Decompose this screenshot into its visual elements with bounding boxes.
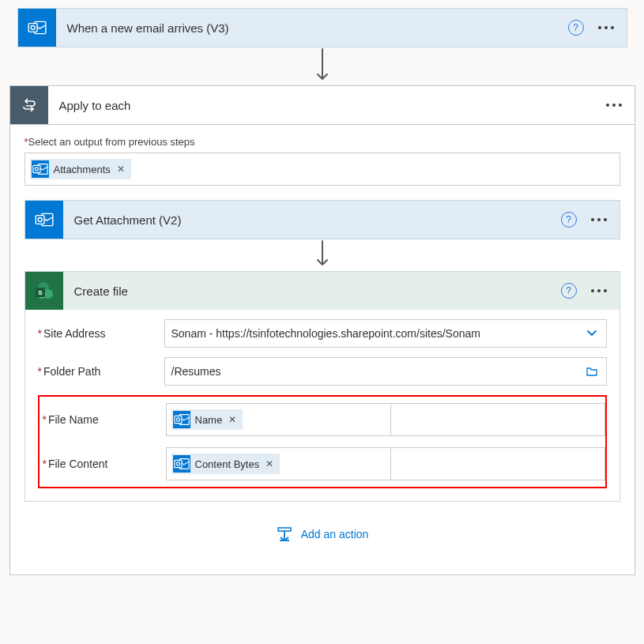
create-file-header[interactable]: S Create file ? xyxy=(25,272,620,310)
svg-rect-4 xyxy=(32,165,40,172)
sharepoint-icon: S xyxy=(25,272,63,310)
file-name-label: *File Name xyxy=(40,413,166,426)
more-icon[interactable] xyxy=(591,218,607,221)
site-address-input[interactable]: Sonam - https://tsinfotechnologies.share… xyxy=(164,319,607,348)
folder-path-input[interactable]: /Resumes xyxy=(164,357,607,386)
apply-to-each-card: Apply to each *Select an output from pre… xyxy=(9,85,635,575)
outlook-icon xyxy=(32,160,49,178)
file-content-overflow[interactable] xyxy=(390,447,605,480)
help-icon[interactable]: ? xyxy=(561,212,577,228)
file-name-overflow[interactable] xyxy=(390,403,605,436)
create-file-title: Create file xyxy=(63,284,561,298)
arrow-icon xyxy=(0,47,644,85)
get-attachment-title: Get Attachment (V2) xyxy=(63,213,561,227)
folder-path-value: /Resumes xyxy=(171,365,221,378)
token-label: Content Bytes xyxy=(195,458,260,470)
more-icon[interactable] xyxy=(598,26,614,29)
create-file-form: *Site Address Sonam - https://tsinfotech… xyxy=(25,310,620,501)
loop-icon xyxy=(10,86,48,124)
remove-token-icon[interactable]: ✕ xyxy=(115,164,126,175)
token-label: Attachments xyxy=(54,164,111,175)
content-bytes-token[interactable]: Content Bytes ✕ xyxy=(171,454,281,474)
svg-text:S: S xyxy=(38,289,43,296)
apply-title: Apply to each xyxy=(48,99,606,112)
folder-path-row: *Folder Path /Resumes xyxy=(38,357,607,386)
help-icon[interactable]: ? xyxy=(568,20,584,36)
svg-rect-20 xyxy=(278,528,291,531)
get-attachment-header[interactable]: Get Attachment (V2) ? xyxy=(25,201,620,239)
more-icon[interactable] xyxy=(606,104,622,107)
create-file-card: S Create file ? *Site Address xyxy=(24,271,620,502)
file-content-input[interactable]: Content Bytes ✕ xyxy=(166,447,390,480)
remove-token-icon[interactable]: ✕ xyxy=(264,458,275,469)
file-name-row: *File Name xyxy=(40,403,605,436)
help-icon[interactable]: ? xyxy=(561,283,577,299)
select-output-field[interactable]: Attachments ✕ xyxy=(24,153,620,186)
attachments-token[interactable]: Attachments ✕ xyxy=(30,159,131,179)
chevron-down-icon[interactable] xyxy=(586,326,598,341)
add-action-label: Add an action xyxy=(301,528,369,540)
folder-browse-icon[interactable] xyxy=(586,365,598,378)
outlook-icon xyxy=(18,9,56,47)
site-address-value: Sonam - https://tsinfotechnologies.share… xyxy=(171,327,480,340)
select-output-label: *Select an output from previous steps xyxy=(24,136,620,148)
add-action-icon xyxy=(276,525,293,543)
outlook-icon xyxy=(173,411,190,428)
outlook-icon xyxy=(25,201,63,239)
arrow-icon xyxy=(24,239,620,271)
file-content-label: *File Content xyxy=(40,458,166,470)
get-attachment-card[interactable]: Get Attachment (V2) ? xyxy=(24,200,620,239)
site-address-row: *Site Address Sonam - https://tsinfotech… xyxy=(38,319,607,348)
svg-rect-7 xyxy=(36,216,44,224)
svg-rect-15 xyxy=(174,416,181,423)
add-action-button[interactable]: Add an action xyxy=(24,502,620,560)
token-label: Name xyxy=(195,414,223,426)
trigger-title: When a new email arrives (V3) xyxy=(56,21,568,35)
name-token[interactable]: Name ✕ xyxy=(171,409,243,430)
outlook-icon xyxy=(173,455,190,473)
file-name-input[interactable]: Name ✕ xyxy=(166,403,390,436)
trigger-header[interactable]: When a new email arrives (V3) ? xyxy=(18,9,627,47)
remove-token-icon[interactable]: ✕ xyxy=(227,414,238,425)
highlight-box: *File Name xyxy=(38,395,607,488)
svg-rect-18 xyxy=(174,460,181,467)
svg-rect-1 xyxy=(28,24,37,32)
site-address-label: *Site Address xyxy=(38,327,164,340)
more-icon[interactable] xyxy=(591,289,607,292)
file-content-row: *File Content xyxy=(40,447,605,480)
folder-path-label: *Folder Path xyxy=(38,365,164,378)
trigger-card[interactable]: When a new email arrives (V3) ? xyxy=(17,8,627,47)
apply-to-each-header[interactable]: Apply to each xyxy=(10,86,635,125)
